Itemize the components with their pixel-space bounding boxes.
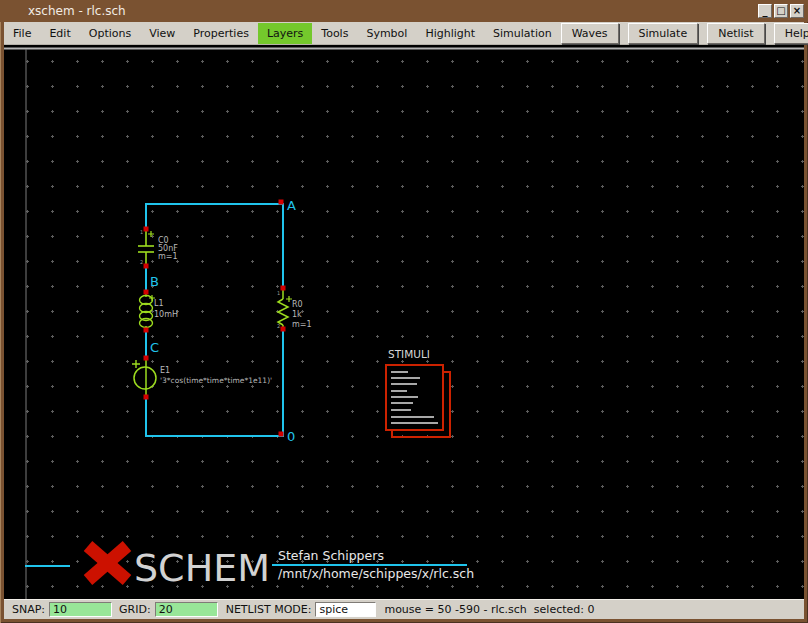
source-name: E1 [160,366,170,375]
titlebar[interactable]: xschem - rlc.sch _ □ × [0,0,808,22]
menu-tools[interactable]: Tools [312,23,357,44]
grid-label: GRID: [119,603,151,616]
window-title: xschem - rlc.sch [28,4,126,18]
menu-file[interactable]: File [4,23,40,44]
close-icon: × [793,6,801,16]
close-button[interactable]: × [790,4,804,18]
cap-pin1: 1 [140,229,143,235]
plus-icon [132,360,140,368]
netlist-mode-input[interactable]: spice [315,602,376,617]
res-pin2: 2 [277,323,280,329]
help-button[interactable]: Help [774,23,808,44]
stimuli-block[interactable]: STIMULI [386,348,450,437]
source-value: '3*cos(time*time*time*1e11)' [160,376,272,385]
menu-highlight[interactable]: Highlight [416,23,484,44]
maximize-icon: □ [776,6,785,16]
status-text: mouse = 50 -590 - rlc.sch selected: 0 [384,603,594,616]
menu-properties[interactable]: Properties [184,23,258,44]
stimuli-label: STIMULI [388,348,430,360]
grid-input[interactable]: 20 [155,602,218,617]
res-mult: m=1 [292,320,312,329]
node-label-b[interactable]: B [150,274,159,289]
node-label-gnd[interactable]: 0 [287,429,295,444]
res-pin1: 1 [277,290,280,296]
minimize-button[interactable]: _ [758,4,772,18]
toolbar-buttons: Waves Simulate Netlist Help [561,23,808,44]
menu-view[interactable]: View [140,23,184,44]
xschem-logo: SCHEM Stefan Schippers /mnt/x/home/schip… [25,546,474,590]
res-value: 1k [292,310,302,319]
logo-wordmark: SCHEM [134,546,270,590]
waves-button[interactable]: Waves [561,23,619,44]
netlist-button[interactable]: Netlist [707,23,764,44]
cap-pin2: 2 [140,259,143,265]
node-label-a[interactable]: A [287,198,296,213]
simulate-button[interactable]: Simulate [628,23,699,44]
statusbar: SNAP: 10 GRID: 20 NETLIST MODE: spice mo… [4,599,804,619]
ind-name: L1 [154,299,164,308]
minimize-icon: _ [763,6,768,16]
inductor-l1[interactable]: L1 10mH [140,292,179,330]
file-path-text: /mnt/x/home/schippes/x/rlc.sch [278,566,474,581]
source-e1[interactable]: E1 '3*cos(time*time*time*1e11)' [132,358,272,397]
schematic-canvas[interactable]: 1 2 C0 50nF m=1 L1 10mH [4,45,804,599]
window-controls: _ □ × [758,4,804,18]
menu-edit[interactable]: Edit [40,23,79,44]
menu-simulation[interactable]: Simulation [484,23,561,44]
res-name: R0 [292,300,303,309]
xschem-logo-x-icon [88,546,127,580]
menu-symbol[interactable]: Symbol [357,23,416,44]
schematic-drawing: 1 2 C0 50nF m=1 L1 10mH [4,45,804,599]
maximize-button[interactable]: □ [774,4,788,18]
menu-layers[interactable]: Layers [258,23,312,44]
xschem-window: xschem - rlc.sch _ □ × File Edit Options… [0,0,808,623]
canvas-top-rule [4,48,804,50]
netlist-mode-label: NETLIST MODE: [226,603,312,616]
ind-value: 10mH [154,310,178,319]
author-text: Stefan Schippers [278,548,384,563]
plus-icon [148,231,154,237]
menu-options[interactable]: Options [80,23,140,44]
resistor-r0[interactable]: 1 2 R0 1k m=1 [277,288,312,329]
menubar: File Edit Options View Properties Layers… [4,22,804,45]
cap-mult: m=1 [158,252,178,261]
node-label-c[interactable]: C [150,340,159,355]
capacitor-c0[interactable]: 1 2 C0 50nF m=1 [138,229,178,266]
snap-label: SNAP: [12,603,45,616]
snap-input[interactable]: 10 [49,602,112,617]
